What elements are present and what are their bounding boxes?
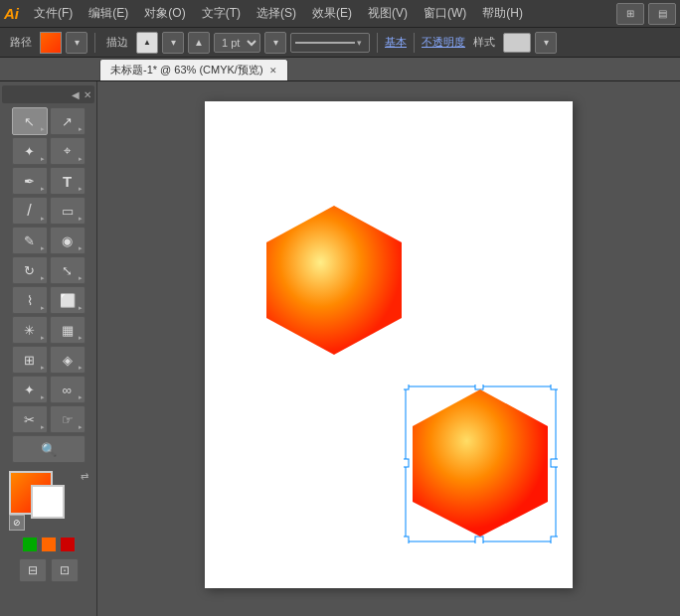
svg-rect-9 — [551, 459, 558, 467]
stroke-dropdown[interactable]: ▾ — [162, 32, 184, 54]
lasso-tool[interactable]: ⌖ ▸ — [50, 137, 85, 165]
pen-icon: ✒ — [24, 174, 35, 189]
hexagon-1[interactable] — [255, 201, 414, 365]
canvas — [205, 101, 573, 588]
transform-icon: ⬜ — [60, 293, 76, 308]
arrangement-button[interactable]: ⊞ — [616, 3, 644, 25]
pencil-tool[interactable]: ✎ ▸ — [12, 227, 48, 254]
hexagon-2[interactable] — [404, 385, 558, 543]
stroke-color-box[interactable]: ▲ — [136, 32, 158, 54]
swatch-red[interactable] — [60, 537, 76, 552]
mesh-tool[interactable]: ⊞ ▸ — [12, 346, 48, 374]
gradient-icon: ◈ — [63, 353, 73, 368]
properties-toolbar: 路径 ▾ 描边 ▲ ▾ ▲ 1 pt ▾ ▾ 基本 不透明度 样式 ▾ — [0, 28, 680, 58]
scissors-tool[interactable]: ✂ ▸ — [12, 405, 48, 433]
main-area: ◀ ✕ ↖ ▸ ↗ ▸ ✦ ▸ ⌖ ▸ ✒ — [0, 81, 680, 616]
swatch-orange[interactable] — [41, 537, 57, 552]
svg-rect-7 — [475, 537, 483, 543]
path-label: 路径 — [6, 35, 36, 50]
style-box[interactable] — [503, 33, 531, 53]
eyedropper-tool[interactable]: ✦ ▸ — [12, 376, 48, 403]
shape-tool[interactable]: ▭ ▸ — [50, 197, 85, 225]
menu-file[interactable]: 文件(F) — [27, 3, 80, 24]
sep1 — [94, 33, 95, 53]
basic-label[interactable]: 基本 — [385, 35, 407, 50]
line-icon: / — [27, 202, 31, 220]
shape-icon: ▭ — [62, 204, 74, 219]
svg-marker-0 — [266, 206, 402, 355]
symbol-tool[interactable]: ✳ ▸ — [12, 316, 48, 344]
svg-rect-6 — [475, 385, 483, 389]
scale-tool[interactable]: ⤡ ▸ — [50, 256, 85, 284]
menu-object[interactable]: 对象(O) — [137, 3, 192, 24]
type-tool[interactable]: T ▸ — [50, 167, 85, 195]
swap-colors-button[interactable]: ⇄ — [81, 471, 88, 482]
svg-rect-5 — [551, 537, 558, 543]
app-logo: Ai — [4, 5, 19, 22]
style-label: 样式 — [469, 35, 499, 50]
fill-color-box[interactable] — [40, 32, 62, 54]
left-toolbar: ◀ ✕ ↖ ▸ ↗ ▸ ✦ ▸ ⌖ ▸ ✒ — [0, 81, 97, 616]
gradient-tool[interactable]: ◈ ▸ — [50, 346, 85, 374]
tool-grid: ↖ ▸ ↗ ▸ ✦ ▸ ⌖ ▸ ✒ ▸ T ▸ — [12, 107, 85, 463]
brush-icon: ◉ — [62, 233, 73, 248]
none-button[interactable]: ⊘ — [9, 515, 25, 531]
document-tab[interactable]: 未标题-1* @ 63% (CMYK/预览) ✕ — [99, 59, 288, 80]
blend-tool[interactable]: ∞ ▸ — [50, 376, 85, 403]
stroke-weight-up[interactable]: ▲ — [188, 32, 210, 54]
select-tool[interactable]: ↖ ▸ — [12, 107, 48, 135]
menu-select[interactable]: 选择(S) — [250, 3, 303, 24]
svg-marker-10 — [413, 389, 548, 537]
layers-button[interactable]: ⊟ — [19, 558, 47, 582]
menu-help[interactable]: 帮助(H) — [475, 3, 530, 24]
svg-rect-4 — [404, 537, 409, 543]
svg-rect-3 — [551, 385, 558, 389]
stroke-swatch[interactable] — [31, 485, 65, 519]
panel-collapse-btn[interactable]: ◀ — [72, 89, 80, 100]
symbol-icon: ✳ — [24, 323, 35, 338]
rotate-icon: ↻ — [24, 263, 35, 278]
menu-window[interactable]: 窗口(W) — [417, 3, 473, 24]
menu-view[interactable]: 视图(V) — [361, 3, 415, 24]
svg-rect-2 — [404, 385, 409, 389]
lasso-icon: ⌖ — [64, 143, 71, 159]
transform-tool[interactable]: ⬜ ▸ — [50, 286, 85, 314]
menu-bar: Ai 文件(F) 编辑(E) 对象(O) 文字(T) 选择(S) 效果(E) 视… — [0, 0, 680, 28]
graph-tool[interactable]: ▦ ▸ — [50, 316, 85, 344]
style-dropdown[interactable]: ▾ — [535, 32, 557, 54]
stroke-weight-down[interactable]: ▾ — [264, 32, 286, 54]
panel-close-btn[interactable]: ✕ — [84, 89, 91, 100]
menu-effect[interactable]: 效果(E) — [305, 3, 359, 24]
tab-title: 未标题-1* @ 63% (CMYK/预览) — [110, 63, 263, 77]
line-tool[interactable]: / ▸ — [12, 197, 48, 225]
graph-icon: ▦ — [62, 323, 74, 338]
tab-bar: 未标题-1* @ 63% (CMYK/预览) ✕ — [0, 58, 680, 81]
menu-edit[interactable]: 编辑(E) — [82, 3, 135, 24]
sep2 — [377, 33, 378, 53]
scale-icon: ⤡ — [62, 263, 73, 278]
sep3 — [414, 33, 415, 53]
stroke-weight-select[interactable]: 1 pt — [214, 33, 260, 53]
magic-wand-tool[interactable]: ✦ ▸ — [12, 137, 48, 165]
canvas-area[interactable] — [97, 81, 680, 616]
opacity-label[interactable]: 不透明度 — [422, 35, 465, 50]
magic-wand-icon: ✦ — [24, 144, 35, 159]
fill-dropdown[interactable]: ▾ — [66, 32, 87, 54]
warp-tool[interactable]: ⌇ ▸ — [12, 286, 48, 314]
type-icon: T — [63, 173, 72, 190]
workspace-button[interactable]: ▤ — [648, 3, 676, 25]
swatch-green[interactable] — [22, 537, 38, 552]
direct-select-tool[interactable]: ↗ ▸ — [50, 107, 85, 135]
brush-tool[interactable]: ◉ ▸ — [50, 227, 85, 254]
hand-tool[interactable]: ☞ ▸ — [50, 405, 85, 433]
pen-tool[interactable]: ✒ ▸ — [12, 167, 48, 195]
rotate-tool[interactable]: ↻ ▸ — [12, 256, 48, 284]
scissors-icon: ✂ — [24, 412, 35, 427]
artboard-button[interactable]: ⊡ — [51, 558, 79, 582]
menu-type[interactable]: 文字(T) — [195, 3, 248, 24]
eyedropper-icon: ✦ — [24, 383, 35, 397]
zoom-tool[interactable]: 🔍 — [12, 435, 85, 463]
tab-close-button[interactable]: ✕ — [269, 66, 277, 76]
stroke-label: 描边 — [102, 35, 132, 50]
mesh-icon: ⊞ — [24, 353, 35, 368]
